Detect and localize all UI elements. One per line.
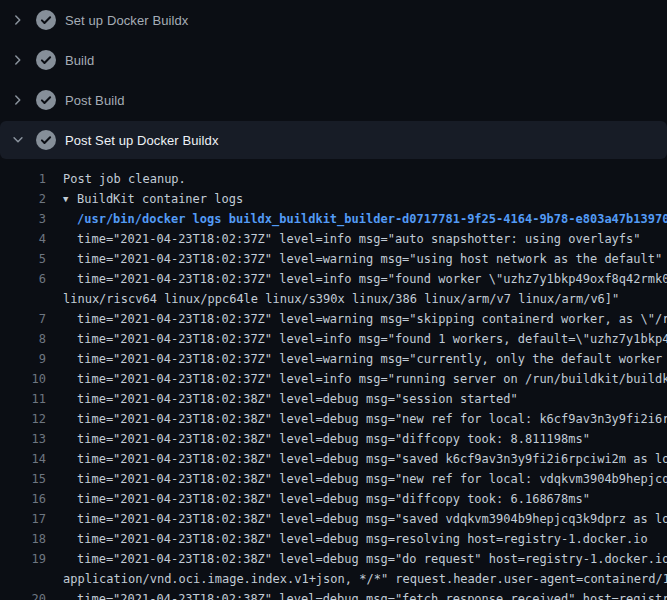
log-line: 19time="2021-04-23T18:02:38Z" level=debu… (0, 549, 667, 569)
line-number (0, 569, 46, 589)
line-number[interactable]: 13 (0, 429, 46, 449)
line-number[interactable]: 11 (0, 389, 46, 409)
line-number[interactable]: 4 (0, 229, 46, 249)
log-text: time="2021-04-23T18:02:37Z" level=info m… (77, 369, 667, 389)
log-text: time="2021-04-23T18:02:37Z" level=warnin… (77, 309, 667, 329)
log-text: time="2021-04-23T18:02:37Z" level=info m… (77, 269, 667, 289)
line-number[interactable]: 10 (0, 369, 46, 389)
log-text: time="2021-04-23T18:02:38Z" level=debug … (77, 489, 590, 509)
log-line: 18time="2021-04-23T18:02:38Z" level=debu… (0, 529, 667, 549)
log-text: Post job cleanup. (63, 169, 186, 189)
step-row-post-build[interactable]: Post Build (0, 80, 667, 120)
log-text: time="2021-04-23T18:02:38Z" level=debug … (77, 429, 590, 449)
line-number[interactable]: 5 (0, 249, 46, 269)
log-line: 8time="2021-04-23T18:02:37Z" level=info … (0, 329, 667, 349)
step-row-post-set-up-docker-buildx[interactable]: Post Set up Docker Buildx (0, 121, 667, 159)
log-line: 13time="2021-04-23T18:02:38Z" level=debu… (0, 429, 667, 449)
step-row-set-up-docker-buildx[interactable]: Set up Docker Buildx (0, 0, 667, 40)
check-circle-icon (36, 90, 56, 110)
log-text: linux/riscv64 linux/ppc64le linux/s390x … (63, 289, 619, 309)
line-number[interactable]: 16 (0, 489, 46, 509)
log-line: 7time="2021-04-23T18:02:37Z" level=warni… (0, 309, 667, 329)
log-line: 1Post job cleanup. (0, 169, 667, 189)
line-number[interactable]: 19 (0, 549, 46, 569)
log-text: time="2021-04-23T18:02:38Z" level=debug … (77, 449, 667, 469)
log-text: time="2021-04-23T18:02:38Z" level=debug … (77, 389, 518, 409)
log-line: 6time="2021-04-23T18:02:37Z" level=info … (0, 269, 667, 289)
log-lines: 1Post job cleanup.2▼BuildKit container l… (0, 160, 667, 600)
log-line: 3/usr/bin/docker logs buildx_buildkit_bu… (0, 209, 667, 229)
check-circle-icon (36, 130, 56, 150)
line-number[interactable]: 18 (0, 529, 46, 549)
step-label: Build (65, 53, 94, 68)
chevron-right-icon[interactable] (10, 52, 26, 68)
line-number[interactable]: 3 (0, 209, 46, 229)
log-line: 14time="2021-04-23T18:02:38Z" level=debu… (0, 449, 667, 469)
steps-list: Set up Docker BuildxBuildPost BuildPost … (0, 0, 667, 159)
line-number[interactable]: 14 (0, 449, 46, 469)
line-number[interactable]: 7 (0, 309, 46, 329)
line-number[interactable]: 12 (0, 409, 46, 429)
log-text: time="2021-04-23T18:02:38Z" level=debug … (77, 409, 667, 429)
step-label: Post Set up Docker Buildx (65, 133, 219, 148)
log-line: 4time="2021-04-23T18:02:37Z" level=info … (0, 229, 667, 249)
step-label: Post Build (65, 93, 125, 108)
log-line: 17time="2021-04-23T18:02:38Z" level=debu… (0, 509, 667, 529)
log-text: time="2021-04-23T18:02:38Z" level=debug … (77, 529, 648, 549)
log-line: 15time="2021-04-23T18:02:38Z" level=debu… (0, 469, 667, 489)
line-number[interactable]: 9 (0, 349, 46, 369)
triangle-down-icon[interactable]: ▼ (63, 189, 77, 209)
log-line: 20time="2021-04-23T18:02:38Z" level=debu… (0, 589, 667, 600)
line-number[interactable]: 8 (0, 329, 46, 349)
line-number (0, 289, 46, 309)
log-text: time="2021-04-23T18:02:38Z" level=debug … (77, 549, 667, 569)
log-line: 5time="2021-04-23T18:02:37Z" level=warni… (0, 249, 667, 269)
line-number[interactable]: 15 (0, 469, 46, 489)
log-text: application/vnd.oci.image.index.v1+json,… (63, 569, 667, 589)
chevron-right-icon[interactable] (10, 92, 26, 108)
log-text: time="2021-04-23T18:02:37Z" level=warnin… (77, 349, 667, 369)
log-text[interactable]: ▼BuildKit container logs (63, 189, 243, 209)
workflow-log-panel: Set up Docker BuildxBuildPost BuildPost … (0, 0, 667, 600)
step-label: Set up Docker Buildx (65, 13, 188, 28)
line-number[interactable]: 2 (0, 189, 46, 209)
check-circle-icon (36, 10, 56, 30)
log-line: 2▼BuildKit container logs (0, 189, 667, 209)
log-text: time="2021-04-23T18:02:37Z" level=info m… (77, 229, 641, 249)
log-text: time="2021-04-23T18:02:37Z" level=info m… (77, 329, 667, 349)
line-number[interactable]: 20 (0, 589, 46, 600)
log-line: 10time="2021-04-23T18:02:37Z" level=info… (0, 369, 667, 389)
log-line: 12time="2021-04-23T18:02:38Z" level=debu… (0, 409, 667, 429)
log-command-text: /usr/bin/docker logs buildx_buildkit_bui… (77, 209, 667, 229)
log-text: time="2021-04-23T18:02:38Z" level=debug … (77, 509, 667, 529)
log-line: 9time="2021-04-23T18:02:37Z" level=warni… (0, 349, 667, 369)
log-line: 16time="2021-04-23T18:02:38Z" level=debu… (0, 489, 667, 509)
line-number[interactable]: 17 (0, 509, 46, 529)
log-text: time="2021-04-23T18:02:38Z" level=debug … (77, 469, 667, 489)
step-row-build[interactable]: Build (0, 40, 667, 80)
log-text: time="2021-04-23T18:02:37Z" level=warnin… (77, 249, 662, 269)
check-circle-icon (36, 50, 56, 70)
log-line-continuation: linux/riscv64 linux/ppc64le linux/s390x … (0, 289, 667, 309)
chevron-down-icon[interactable] (10, 132, 26, 148)
log-line-continuation: application/vnd.oci.image.index.v1+json,… (0, 569, 667, 589)
line-number[interactable]: 1 (0, 169, 46, 189)
log-line: 11time="2021-04-23T18:02:38Z" level=debu… (0, 389, 667, 409)
log-text: time="2021-04-23T18:02:38Z" level=debug … (77, 589, 667, 600)
line-number[interactable]: 6 (0, 269, 46, 289)
chevron-right-icon[interactable] (10, 12, 26, 28)
